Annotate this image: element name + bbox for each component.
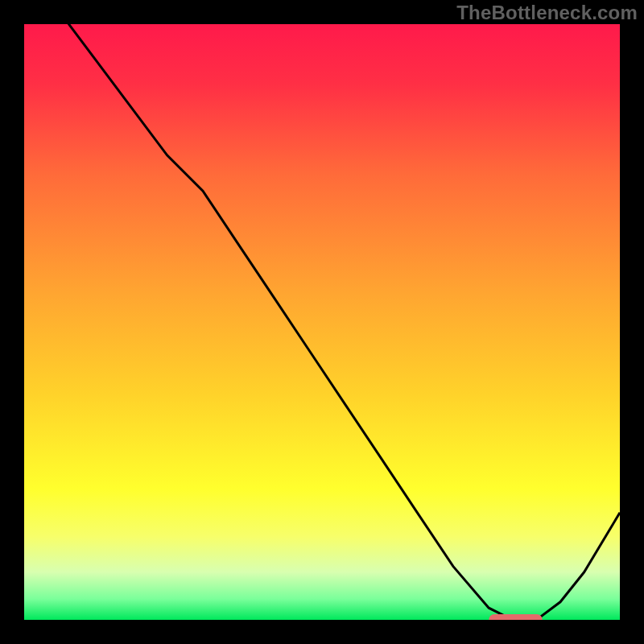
optimal-marker xyxy=(489,614,543,620)
gradient-background xyxy=(24,24,620,620)
watermark-text: TheBottleneck.com xyxy=(456,2,638,24)
plot-area xyxy=(24,24,620,620)
chart-frame: TheBottleneck.com xyxy=(0,0,644,644)
bottleneck-chart xyxy=(24,24,620,620)
